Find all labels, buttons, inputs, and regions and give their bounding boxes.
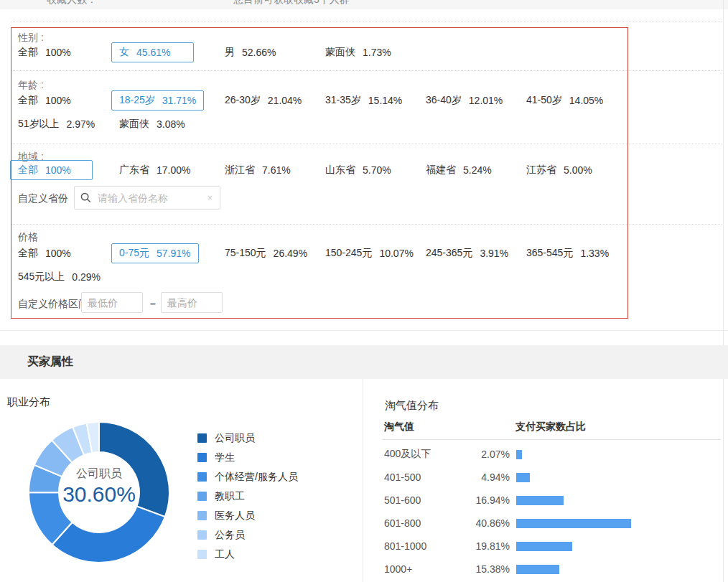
taoqi-percent-value: 16.94% [462,494,510,506]
chip-label: 150-245元 [325,247,372,260]
chip-label: 浙江省 [225,164,255,177]
chip-percent: 21.04% [268,95,302,106]
chip-label: 蒙面侠 [325,46,355,59]
filter-row-region: 全部100%广东省17.00%浙江省7.61%山东省5.70%福建省5.24%江… [18,164,592,187]
filter-chip-蒙面侠[interactable]: 蒙面侠3.08% [119,118,185,131]
taoqi-row-400及以下: 400及以下2.07% [384,443,522,466]
legend-item-工人[interactable]: 工人 [197,545,298,564]
filter-chip-36-40岁[interactable]: 36-40岁12.01% [426,94,503,107]
filter-chip-365-545元[interactable]: 365-545元1.33% [526,247,609,260]
donut-slice-学生 [52,507,165,563]
chip-percent: 26.49% [274,248,307,259]
chip-label: 545元以上 [18,271,65,283]
filter-chip-545元以上[interactable]: 545元以上0.29% [18,271,101,283]
filter-chip-全部[interactable]: 全部100% [18,247,71,260]
taoqi-bar [516,519,631,528]
taoqi-percent-value: 2.07% [462,449,510,460]
taoqi-row-601-800: 601-80040.86% [384,512,631,535]
clear-icon[interactable]: × [205,192,214,203]
taoqi-bar [516,450,522,459]
chip-label: 26-30岁 [225,94,261,107]
chip-percent: 5.00% [564,164,592,176]
clipped-description: 您目前可获取收藏3个人群 [233,0,350,6]
occupation-chart-title: 职业分布 [7,395,50,409]
filter-chip-31-35岁[interactable]: 31-35岁15.14% [325,94,402,107]
chip-percent: 45.61% [136,47,170,58]
legend-label: 教职工 [215,490,245,503]
chip-percent: 100% [45,47,71,58]
filter-chip-男[interactable]: 男52.66% [225,46,276,59]
taoqi-bar [516,565,559,574]
legend-item-公务员[interactable]: 公务员 [197,525,298,545]
donut-center-value: 30.60% [42,482,157,507]
chip-percent: 57.91% [157,248,190,259]
chip-percent: 1.73% [363,47,391,58]
province-search-box[interactable]: × [74,186,220,210]
filter-chip-26-30岁[interactable]: 26-30岁21.04% [225,94,302,107]
chip-label: 0-75元 [119,247,149,260]
taoqi-percent-value: 19.81% [462,540,510,552]
filter-chip-41-50岁[interactable]: 41-50岁14.05% [526,94,603,107]
ratio-col-header: 支付买家数占比 [515,421,586,433]
legend-item-医务人员[interactable]: 医务人员 [197,506,298,525]
min-price-input[interactable] [81,292,143,313]
taoqi-range-label: 1000+ [384,563,462,575]
chip-percent: 5.24% [463,164,492,176]
filter-line: 全部100%女45.61%男52.66%蒙面侠1.73% [18,46,526,70]
legend-item-公司职员[interactable]: 公司职员 [197,428,298,448]
filter-chip-全部[interactable]: 全部100% [18,46,71,59]
filter-chip-全部[interactable]: 全部100% [10,160,93,180]
chip-label: 山东省 [325,164,355,177]
filter-line: 51岁以上2.97%蒙面侠3.08% [18,118,603,141]
filter-chip-75-150元[interactable]: 75-150元26.49% [225,247,307,260]
filter-line: 全部100%0-75元57.91%75-150元26.49%150-245元10… [18,247,609,271]
legend-swatch [197,472,207,482]
filter-chip-浙江省[interactable]: 浙江省7.61% [225,164,291,177]
chip-percent: 2.97% [67,118,95,130]
legend-swatch [197,492,207,501]
chip-percent: 3.91% [480,248,508,259]
taoqi-row-1000+: 1000+15.38% [384,558,559,581]
legend-item-教职工[interactable]: 教职工 [197,487,298,506]
chip-percent: 10.07% [379,248,413,259]
filter-chip-51岁以上[interactable]: 51岁以上2.97% [18,118,95,131]
taoqi-row-501-600: 501-60016.94% [384,489,564,512]
chip-percent: 0.29% [72,271,101,283]
filter-chip-山东省[interactable]: 山东省5.70% [325,164,391,177]
chip-percent: 100% [45,248,71,259]
page-right-border [723,0,724,582]
chip-percent: 5.70% [363,164,391,176]
filter-chip-0-75元[interactable]: 0-75元57.91% [111,243,199,263]
chip-percent: 100% [45,95,71,106]
filter-chip-150-245元[interactable]: 150-245元10.07% [325,247,414,260]
filter-chip-全部[interactable]: 全部100% [18,94,71,107]
filter-chip-245-365元[interactable]: 245-365元3.91% [426,247,508,260]
chip-label: 男 [225,46,235,59]
filter-chip-女[interactable]: 女45.61% [111,42,194,62]
legend-swatch [197,453,207,462]
filter-chip-18-25岁[interactable]: 18-25岁31.71% [111,90,204,111]
filter-chip-江苏省[interactable]: 江苏省5.00% [526,164,592,177]
legend-swatch [197,511,207,520]
taoqi-bar [516,473,530,482]
chip-label: 51岁以上 [18,118,60,131]
taoqi-chart-title: 淘气值分布 [385,399,439,413]
filter-line: 全部100%广东省17.00%浙江省7.61%山东省5.70%福建省5.24%江… [18,164,592,187]
chip-percent: 3.08% [157,118,185,130]
filter-chip-广东省[interactable]: 广东省17.00% [119,164,190,177]
chip-percent: 14.05% [569,95,603,106]
filter-chip-福建省[interactable]: 福建省5.24% [426,164,492,177]
occupation-legend: 公司职员学生个体经营/服务人员教职工医务人员公务员工人 [197,428,298,564]
filter-label-price: 价格 [18,231,38,244]
taoqi-range-label: 401-500 [384,471,462,483]
legend-item-个体经营/服务人员[interactable]: 个体经营/服务人员 [197,467,298,487]
legend-item-学生[interactable]: 学生 [197,448,298,467]
taoqi-range-label: 400及以下 [384,448,462,461]
filter-chip-蒙面侠[interactable]: 蒙面侠1.73% [325,46,391,59]
search-icon [80,192,91,203]
chip-label: 41-50岁 [526,94,562,107]
province-search-input[interactable] [96,192,205,205]
max-price-input[interactable] [161,292,223,313]
row-separator [11,22,722,22]
chip-label: 江苏省 [526,164,556,177]
